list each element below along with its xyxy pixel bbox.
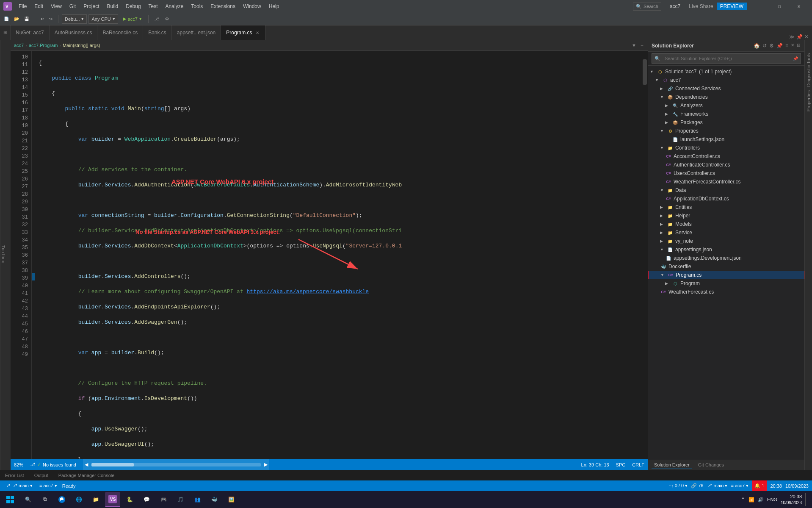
se-tab-solution[interactable]: Solution Explorer bbox=[652, 461, 692, 469]
se-pin-btn[interactable]: 📌 bbox=[776, 42, 784, 50]
taskbar-teams[interactable]: 👥 bbox=[190, 492, 205, 507]
tree-item-models[interactable]: ▶ 📁 Models bbox=[648, 220, 804, 228]
project-status[interactable]: ≡ acc7 ▾ bbox=[731, 483, 748, 489]
taskbar-python[interactable]: 🐍 bbox=[122, 492, 137, 507]
tab-appsettings[interactable]: appsett...ent.json bbox=[172, 25, 221, 40]
tree-item-data[interactable]: ▼ 📁 Data bbox=[648, 186, 804, 194]
horizontal-scrollbar[interactable] bbox=[91, 463, 261, 466]
minimize-button[interactable]: — bbox=[750, 0, 770, 13]
output-tab[interactable]: Output bbox=[33, 472, 50, 479]
git-btn[interactable]: ⎇ bbox=[152, 15, 161, 22]
tree-item-appdbctx[interactable]: C# ApplicationDbContext.cs bbox=[648, 194, 804, 203]
menu-build[interactable]: Build bbox=[104, 2, 122, 11]
tray-icons[interactable]: ⌃ bbox=[741, 497, 745, 502]
code-content[interactable]: { public class Program { public static v… bbox=[35, 51, 642, 459]
menu-analyze[interactable]: Analyze bbox=[162, 2, 187, 11]
preview-btn[interactable]: PREVIEW bbox=[717, 3, 747, 10]
clock[interactable]: 20:38 10/09/2023 bbox=[781, 494, 802, 505]
tree-item-entities[interactable]: ▶ 📁 Entities bbox=[648, 203, 804, 211]
tree-item-weatherforecast[interactable]: C# WeatherForecast.cs bbox=[648, 288, 804, 296]
se-search-box[interactable]: 🔍 📌 bbox=[652, 53, 801, 64]
menu-view[interactable]: View bbox=[47, 2, 65, 11]
tree-item-appsettings[interactable]: ▼ 📄 appsettings.json bbox=[648, 245, 804, 254]
tab-bareconcile[interactable]: BaReconcile.cs bbox=[97, 25, 143, 40]
redo-btn[interactable]: ↪ bbox=[47, 15, 55, 22]
taskbar-discord[interactable]: 🎮 bbox=[156, 492, 171, 507]
menu-extensions[interactable]: Extensions bbox=[207, 2, 239, 11]
pkg-manager-tab[interactable]: Package Manager Console bbox=[57, 472, 116, 479]
se-float-btn[interactable]: ⊟ bbox=[796, 42, 801, 50]
menu-debug[interactable]: Debug bbox=[122, 2, 144, 11]
menu-project[interactable]: Project bbox=[80, 2, 102, 11]
tree-item-program-class[interactable]: ▶ ⬡ Program bbox=[648, 279, 804, 288]
tree-item-analyzers[interactable]: ▶ 🔍 Analyzers bbox=[648, 101, 804, 110]
zoom-indicator[interactable]: 82% bbox=[14, 462, 23, 467]
menu-edit[interactable]: Edit bbox=[31, 2, 47, 11]
horizontal-scroll-area[interactable]: ◀ ▶ bbox=[83, 459, 269, 470]
toolbox-icon[interactable]: ⊞ bbox=[0, 25, 11, 40]
error-bell[interactable]: 🔔 1 bbox=[752, 480, 767, 491]
run-button[interactable]: ▶ acc7 ▾ bbox=[120, 15, 145, 23]
close-all-btn[interactable]: ✕ bbox=[804, 34, 809, 40]
tab-close-btn[interactable]: ✕ bbox=[255, 30, 260, 36]
se-settings-btn[interactable]: ⚙ bbox=[768, 42, 775, 50]
taskbar-spotify[interactable]: 🎵 bbox=[173, 492, 188, 507]
tree-item-appsettings-dev[interactable]: 📄 appsettings.Development.json bbox=[648, 254, 804, 262]
se-close-btn[interactable]: ✕ bbox=[790, 42, 795, 50]
scroll-right-btn[interactable]: ▶ bbox=[264, 462, 268, 467]
show-desktop[interactable] bbox=[805, 493, 807, 506]
tree-item-frameworks[interactable]: ▶ 🔧 Frameworks bbox=[648, 110, 804, 118]
menu-tools[interactable]: Tools bbox=[188, 2, 206, 11]
tree-item-controllers[interactable]: ▼ 📁 Controllers bbox=[648, 144, 804, 152]
tree-project-root[interactable]: ▼ ⬡ acc7 bbox=[648, 76, 804, 84]
menu-test[interactable]: Test bbox=[145, 2, 161, 11]
collapse-btn[interactable]: ▼ bbox=[632, 43, 636, 48]
pin-btn[interactable]: 📌 bbox=[796, 34, 803, 40]
open-btn[interactable]: 📂 bbox=[12, 15, 21, 22]
tray-volume[interactable]: 🔊 bbox=[758, 497, 764, 502]
se-home-btn[interactable]: 🏠 bbox=[753, 42, 761, 50]
tree-item-connected[interactable]: ▶ 🔗 Connected Services bbox=[648, 84, 804, 93]
tray-eng[interactable]: ENG bbox=[767, 497, 777, 502]
platform-dropdown[interactable]: Any CPU ▾ bbox=[88, 14, 118, 24]
acc7-indicator[interactable]: ≡ acc7 ▾ bbox=[38, 483, 59, 489]
taskbar-taskview[interactable]: ⧉ bbox=[37, 492, 52, 507]
menu-window[interactable]: Window bbox=[240, 2, 265, 11]
scroll-left-btn[interactable]: ◀ bbox=[85, 462, 88, 467]
taskbar-search[interactable]: 🔍 bbox=[20, 492, 36, 507]
tree-item-helper[interactable]: ▶ 📁 Helper bbox=[648, 211, 804, 220]
tree-item-service[interactable]: ▶ 📁 Service bbox=[648, 228, 804, 237]
hscroll-thumb[interactable] bbox=[91, 463, 134, 466]
undo-btn[interactable]: ↩ bbox=[39, 15, 46, 22]
expand-btn[interactable]: ＋ bbox=[640, 42, 644, 49]
menu-git[interactable]: Git bbox=[66, 2, 79, 11]
taskbar-chrome[interactable]: 🌐 bbox=[71, 492, 86, 507]
taskbar-slack[interactable]: 💬 bbox=[139, 492, 154, 507]
taskbar-edge[interactable] bbox=[54, 492, 69, 507]
tab-bank[interactable]: Bank.cs bbox=[143, 25, 172, 40]
tree-solution-root[interactable]: ▼ ⬡ Solution 'acc7' (1 of 1 project) bbox=[648, 67, 804, 76]
se-search-input[interactable] bbox=[662, 55, 791, 62]
tab-nuget[interactable]: NuGet: acc7 bbox=[11, 25, 50, 40]
tree-item-weatherctrl[interactable]: C# WeatherForecastController.cs bbox=[648, 178, 804, 186]
taskbar-docker[interactable]: 🐳 bbox=[207, 492, 222, 507]
branch-status[interactable]: ⎇ main ▾ bbox=[707, 483, 727, 489]
tree-item-dockerfile[interactable]: 🐳 Dockerfile bbox=[648, 262, 804, 271]
se-search-pin[interactable]: 📌 bbox=[793, 56, 798, 61]
tree-item-dependencies[interactable]: ▼ 📦 Dependencies bbox=[648, 93, 804, 101]
live-share-count[interactable]: 🔗 76 bbox=[691, 483, 703, 489]
tab-overflow-btn[interactable]: ≫ bbox=[789, 34, 795, 40]
menu-help[interactable]: Help bbox=[265, 2, 283, 11]
tab-autobiz[interactable]: AutoBusiness.cs bbox=[50, 25, 98, 40]
tree-item-authctrl[interactable]: C# AuthenticateController.cs bbox=[648, 161, 804, 169]
close-button[interactable]: ✕ bbox=[789, 0, 809, 13]
se-tab-git[interactable]: Git Changes bbox=[696, 461, 726, 469]
maximize-button[interactable]: □ bbox=[770, 0, 789, 13]
live-share-btn[interactable]: Live Share bbox=[689, 3, 713, 9]
tab-program[interactable]: Program.cs ✕ bbox=[221, 25, 265, 40]
tree-item-properties[interactable]: ▼ ⚙ Properties bbox=[648, 127, 804, 135]
error-count[interactable]: ↑↑ 0 / 0 ▾ bbox=[669, 483, 688, 489]
config-dropdown[interactable]: Debu... ▾ bbox=[62, 14, 87, 24]
scrollbar-thumb[interactable] bbox=[643, 59, 647, 85]
taskbar-photos[interactable]: 🖼️ bbox=[224, 492, 239, 507]
